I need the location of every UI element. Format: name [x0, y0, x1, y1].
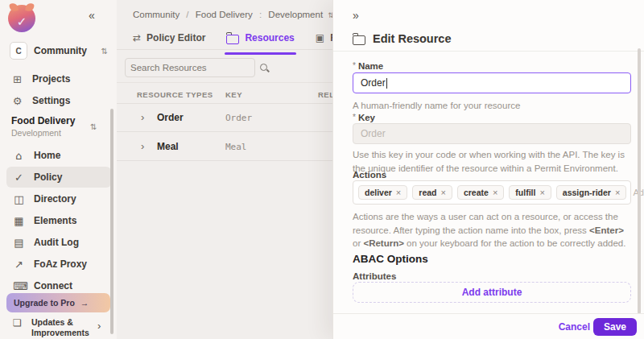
search-input[interactable]	[126, 63, 259, 72]
table-row-meal[interactable]: › Meal Meal	[117, 132, 332, 161]
breadcrumb-colon: :	[259, 10, 262, 19]
project-environment: Development	[11, 128, 101, 138]
required-marker: *	[353, 61, 356, 70]
sidebar-item-elements[interactable]: ▦ Elements	[6, 210, 111, 231]
tab-label: Policy Editor	[147, 32, 205, 43]
sliders-icon: ⇄	[133, 32, 141, 43]
text-caret	[386, 78, 387, 89]
roles-icon: ▣	[316, 32, 324, 43]
resource-name: Meal	[157, 141, 179, 152]
org-avatar: C	[10, 42, 27, 60]
org-sort-icon: ⇅	[101, 47, 108, 56]
drawer-title: Edit Resource	[373, 32, 452, 45]
permit-logo[interactable]: ✓	[8, 5, 35, 32]
project-sort-icon[interactable]: ⇅	[90, 122, 97, 131]
sidebar-item-policy[interactable]: ✓ Policy	[6, 167, 111, 188]
directory-icon: ◫	[13, 193, 25, 205]
foaz-proxy-icon: ↗	[13, 258, 25, 271]
sidebar-item-audit-log[interactable]: ▤ Audit Log	[6, 232, 111, 253]
settings-icon: ⚙	[11, 95, 23, 107]
project-switcher[interactable]: Food Delivery Development	[11, 115, 101, 138]
projects-icon: ⊞	[11, 73, 23, 85]
close-icon[interactable]: ×	[440, 188, 445, 197]
action-chip[interactable]: read ×	[412, 185, 452, 200]
column-header-resource-types: RESOURCE TYPES	[137, 90, 213, 99]
breadcrumb-environment[interactable]: Development	[268, 10, 323, 19]
drawer-footer: Cancel Save	[333, 313, 644, 339]
search-resources-box	[125, 58, 255, 77]
divider	[333, 51, 644, 52]
tab-bar: ⇄ Policy Editor Resources ▣ Roles Σ	[133, 33, 332, 49]
tab-policy-editor[interactable]: ⇄ Policy Editor	[133, 33, 205, 49]
sidebar-item-foaz-proxy[interactable]: ↗ FoAz Proxy	[6, 254, 111, 275]
sidebar-collapse-icon[interactable]: «	[89, 9, 95, 22]
resource-key: Meal	[225, 142, 247, 152]
app-window: ✓ « C Community ⇅ ⊞ Projects ⚙ Settings …	[0, 0, 644, 339]
close-icon[interactable]: ×	[493, 188, 497, 197]
policy-icon: ✓	[13, 172, 25, 184]
drawer-collapse-icon[interactable]: »	[353, 9, 359, 22]
breadcrumb-org[interactable]: Community	[133, 10, 180, 19]
resource-name: Order	[157, 112, 184, 123]
sidebar-item-home[interactable]: ⌂ Home	[6, 145, 111, 166]
sidebar-scrollbar[interactable]	[110, 109, 114, 334]
name-value: Order	[361, 77, 386, 89]
actions-field[interactable]: deliver × read × create × fulfill × assi…	[353, 180, 631, 205]
sidebar-item-directory[interactable]: ◫ Directory	[6, 188, 111, 209]
add-attribute-button[interactable]: Add attribute	[353, 282, 631, 303]
chip-label: read	[419, 188, 436, 197]
sidebar-item-label: Home	[34, 150, 60, 161]
org-switcher[interactable]: C Community ⇅	[10, 42, 108, 60]
key-value: Order	[361, 128, 386, 139]
divider	[117, 160, 332, 161]
row-expand-icon[interactable]: ›	[141, 140, 144, 152]
action-chip[interactable]: assign-rider ×	[556, 185, 627, 200]
name-help-text: A human-friendly name for your resource	[353, 99, 634, 113]
breadcrumb-separator: /	[186, 10, 188, 19]
actions-help-text: Actions are the ways a user can act on a…	[353, 210, 634, 250]
audit-log-icon: ▤	[13, 237, 25, 249]
close-icon[interactable]: ×	[539, 188, 544, 197]
connect-icon: ⌨	[13, 280, 25, 292]
drawer-scrollbar[interactable]	[638, 48, 641, 314]
cancel-button[interactable]: Cancel	[559, 321, 590, 333]
resource-key: Order	[225, 113, 252, 123]
close-icon[interactable]: ×	[396, 188, 401, 197]
upgrade-to-pro-button[interactable]: Upgrade to Pro →	[6, 293, 110, 312]
return-key-hint: <Return>	[363, 238, 404, 248]
action-chip[interactable]: fulfill ×	[509, 185, 551, 200]
action-chip[interactable]: deliver ×	[358, 185, 407, 200]
sidebar-item-label: Elements	[34, 215, 76, 226]
elements-icon: ▦	[13, 215, 25, 227]
sidebar-item-label: Projects	[32, 73, 70, 85]
main-content: Community / Food Delivery : Development …	[117, 0, 332, 339]
name-field[interactable]: Order	[353, 72, 631, 93]
folder-icon	[226, 35, 239, 44]
save-button[interactable]: Save	[593, 318, 637, 336]
sidebar-item-label: Settings	[32, 95, 70, 106]
chip-label: fulfill	[515, 188, 535, 197]
upgrade-label: Upgrade to Pro	[14, 298, 75, 308]
attributes-label: Attributes	[353, 271, 396, 281]
breadcrumb-project[interactable]: Food Delivery	[196, 10, 253, 19]
table-row-order[interactable]: › Order Order	[117, 103, 332, 132]
tab-resources[interactable]: Resources	[226, 33, 294, 49]
row-expand-icon[interactable]: ›	[141, 111, 144, 123]
sidebar-item-settings[interactable]: ⚙ Settings	[11, 93, 70, 109]
tab-label: Resources	[245, 32, 294, 43]
chip-label: deliver	[365, 188, 392, 197]
sidebar-item-label: Policy	[34, 172, 62, 183]
key-field: Order	[353, 123, 631, 144]
home-icon: ⌂	[13, 150, 25, 162]
sidebar-item-projects[interactable]: ⊞ Projects	[11, 71, 70, 87]
sidebar: ✓ « C Community ⇅ ⊞ Projects ⚙ Settings …	[0, 0, 117, 339]
name-label: *Name	[353, 61, 383, 71]
folder-icon	[353, 35, 365, 45]
close-icon[interactable]: ×	[615, 188, 620, 197]
tab-roles[interactable]: ▣ Roles	[316, 33, 332, 49]
arrow-right-icon: →	[80, 298, 89, 308]
sidebar-item-updates[interactable]: ❏ Updates & Improvements ›	[11, 317, 106, 337]
edit-resource-drawer: » Edit Resource *Name Order A human-frie…	[332, 0, 644, 339]
chevron-right-icon: ›	[97, 320, 101, 332]
action-chip[interactable]: create ×	[457, 185, 504, 200]
